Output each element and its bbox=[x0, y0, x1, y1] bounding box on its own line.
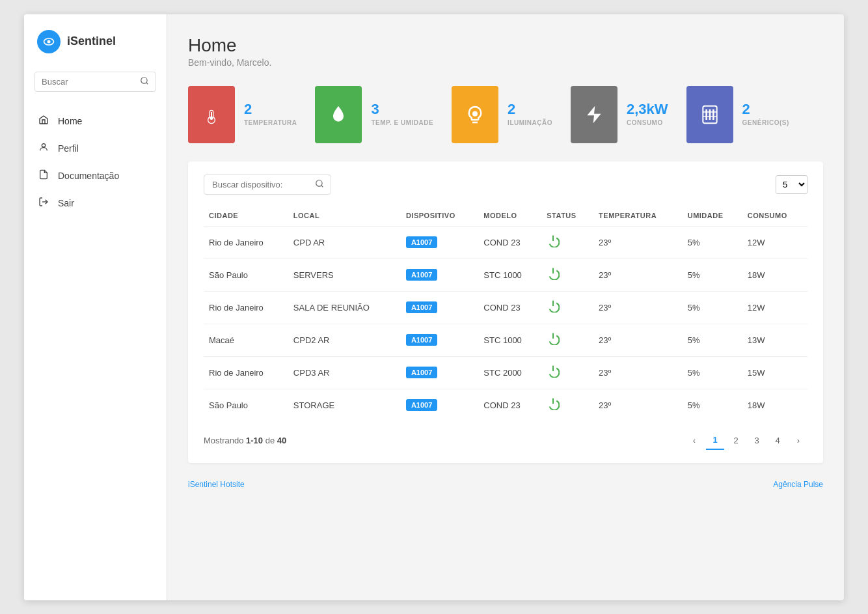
sidebar-item-sair[interactable]: Sair bbox=[24, 189, 167, 217]
page-3-button[interactable]: 3 bbox=[748, 432, 766, 450]
sidebar-item-documentacao[interactable]: Documentação bbox=[24, 162, 167, 189]
device-search-box[interactable] bbox=[204, 174, 331, 195]
svg-point-4 bbox=[42, 143, 45, 147]
status-on-icon bbox=[547, 335, 560, 348]
cell-consumo: 15W bbox=[742, 356, 807, 389]
device-badge[interactable]: A1007 bbox=[406, 269, 437, 281]
consumo-count: 2,3kW bbox=[627, 102, 668, 117]
sidebar-perfil-label: Perfil bbox=[58, 143, 79, 154]
col-umidade: UMIDADE bbox=[683, 205, 742, 227]
per-page-select[interactable]: 5 10 20 50 bbox=[776, 175, 807, 194]
sidebar: iSentinel Home bbox=[24, 14, 167, 600]
table-row: São Paulo SERVERS A1007 STC 1000 23º 5% … bbox=[204, 258, 807, 291]
cell-temperatura: 23º bbox=[593, 226, 683, 258]
svg-marker-8 bbox=[587, 105, 601, 123]
sidebar-item-perfil[interactable]: Perfil bbox=[24, 135, 167, 162]
cell-cidade: Rio de Janeiro bbox=[204, 291, 288, 324]
device-search-input[interactable] bbox=[204, 175, 308, 194]
device-badge[interactable]: A1007 bbox=[406, 399, 437, 411]
cell-local: CPD AR bbox=[288, 226, 401, 258]
logo-text: iSentinel bbox=[67, 35, 116, 48]
genericos-label: GENÉRICO(S) bbox=[742, 119, 789, 126]
logout-icon bbox=[37, 197, 50, 210]
col-consumo: CONSUMO bbox=[742, 205, 807, 227]
cell-local: STORAGE bbox=[288, 389, 401, 421]
page-next-button[interactable]: › bbox=[789, 432, 807, 450]
cell-dispositivo[interactable]: A1007 bbox=[401, 291, 478, 324]
table-row: Rio de Janeiro SALA DE REUNIÃO A1007 CON… bbox=[204, 291, 807, 324]
pagination: ‹ 1 2 3 4 › bbox=[685, 432, 807, 450]
cell-dispositivo[interactable]: A1007 bbox=[401, 258, 478, 291]
temp-umidade-count: 3 bbox=[371, 102, 433, 117]
logo-icon bbox=[37, 30, 61, 53]
device-search-button[interactable] bbox=[308, 175, 331, 194]
page-2-button[interactable]: 2 bbox=[727, 432, 745, 450]
stat-card-genericos: 2 GENÉRICO(S) bbox=[686, 86, 789, 143]
genericos-icon-box bbox=[686, 86, 733, 143]
page-1-button[interactable]: 1 bbox=[706, 432, 724, 450]
svg-point-1 bbox=[47, 40, 51, 43]
cell-consumo: 12W bbox=[742, 226, 807, 258]
home-icon bbox=[37, 115, 50, 128]
device-badge[interactable]: A1007 bbox=[406, 334, 437, 346]
temperatura-icon-box bbox=[188, 86, 235, 143]
iluminacao-icon-box bbox=[452, 86, 498, 143]
stats-row: 2 TEMPERATURA 3 TEMP. E UMIDADE bbox=[188, 86, 823, 143]
sidebar-search-button[interactable] bbox=[133, 72, 156, 91]
cell-dispositivo[interactable]: A1007 bbox=[401, 324, 478, 356]
footer-right-link[interactable]: Agência Pulse bbox=[773, 480, 823, 489]
app-container: iSentinel Home bbox=[24, 14, 844, 600]
cell-consumo: 18W bbox=[742, 389, 807, 421]
footer-bar: iSentinel Hotsite Agência Pulse bbox=[188, 471, 823, 498]
stat-card-temperatura: 2 TEMPERATURA bbox=[188, 86, 297, 143]
consumo-icon-box bbox=[571, 86, 617, 143]
per-page-dropdown[interactable]: 5 10 20 50 bbox=[776, 175, 807, 194]
cell-dispositivo[interactable]: A1007 bbox=[401, 226, 478, 258]
cell-cidade: São Paulo bbox=[204, 389, 288, 421]
page-prev-button[interactable]: ‹ bbox=[685, 432, 703, 450]
cell-consumo: 18W bbox=[742, 258, 807, 291]
cell-modelo: STC 1000 bbox=[478, 324, 541, 356]
cell-modelo: COND 23 bbox=[478, 291, 541, 324]
nav-menu: Home Perfil Documentação bbox=[24, 107, 167, 217]
page-title: Home bbox=[188, 35, 823, 56]
sidebar-item-home[interactable]: Home bbox=[24, 107, 167, 135]
stat-card-temp-umidade: 3 TEMP. E UMIDADE bbox=[315, 86, 433, 143]
col-status: STATUS bbox=[541, 205, 593, 227]
device-badge[interactable]: A1007 bbox=[406, 301, 437, 313]
cell-umidade: 5% bbox=[683, 389, 742, 421]
col-local: LOCAL bbox=[288, 205, 401, 227]
cell-dispositivo[interactable]: A1007 bbox=[401, 356, 478, 389]
sidebar-search-input[interactable] bbox=[35, 72, 133, 91]
status-on-icon bbox=[547, 367, 560, 380]
temperatura-label: TEMPERATURA bbox=[244, 119, 297, 126]
cell-status bbox=[541, 258, 593, 291]
sidebar-search-box[interactable] bbox=[34, 72, 156, 92]
cell-local: CPD2 AR bbox=[288, 324, 401, 356]
data-table: CIDADE LOCAL DISPOSITIVO MODELO STATUS T… bbox=[204, 205, 807, 421]
page-4-button[interactable]: 4 bbox=[768, 432, 787, 450]
consumo-label: CONSUMO bbox=[627, 119, 668, 126]
user-icon bbox=[37, 142, 50, 155]
cell-cidade: Macaé bbox=[204, 324, 288, 356]
status-on-icon bbox=[547, 270, 560, 283]
cell-umidade: 5% bbox=[683, 324, 742, 356]
cell-dispositivo[interactable]: A1007 bbox=[401, 389, 478, 421]
cell-umidade: 5% bbox=[683, 291, 742, 324]
col-dispositivo: DISPOSITIVO bbox=[401, 205, 478, 227]
cell-umidade: 5% bbox=[683, 258, 742, 291]
iluminacao-label: ILUMINAÇÃO bbox=[508, 119, 552, 126]
cell-temperatura: 23º bbox=[593, 258, 683, 291]
table-toolbar: 5 10 20 50 bbox=[204, 174, 807, 195]
device-badge[interactable]: A1007 bbox=[406, 236, 437, 248]
cell-local: SERVERS bbox=[288, 258, 401, 291]
footer-left-link[interactable]: iSentinel Hotsite bbox=[188, 480, 245, 489]
col-modelo: MODELO bbox=[478, 205, 541, 227]
cell-modelo: STC 1000 bbox=[478, 258, 541, 291]
table-body: Rio de Janeiro CPD AR A1007 COND 23 23º … bbox=[204, 226, 807, 421]
device-badge[interactable]: A1007 bbox=[406, 367, 437, 378]
page-header: Home Bem-vindo, Marcelo. bbox=[188, 35, 823, 68]
table-head: CIDADE LOCAL DISPOSITIVO MODELO STATUS T… bbox=[204, 205, 807, 227]
svg-point-7 bbox=[472, 111, 478, 116]
cell-consumo: 13W bbox=[742, 324, 807, 356]
